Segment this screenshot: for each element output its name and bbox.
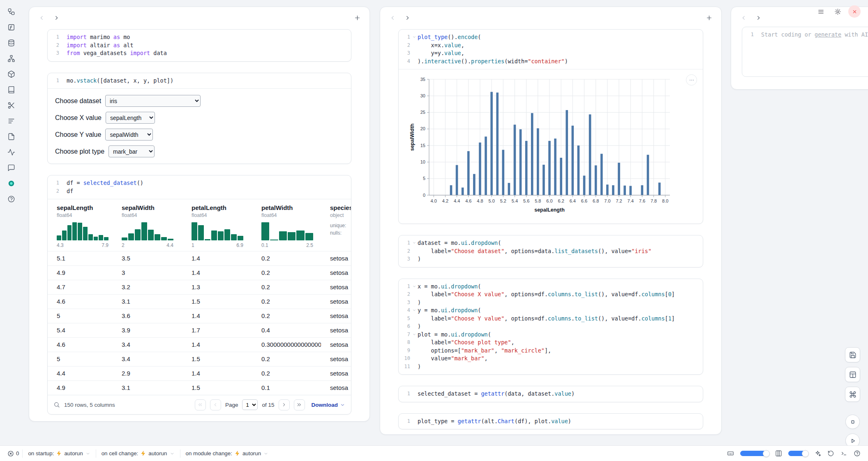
new-cell-editor[interactable]: 1 Start coding or generate with AI xyxy=(742,27,868,77)
line-number: 2 xyxy=(399,247,418,256)
panel-body: 1plot_type().encode(2 x=x.value,3 y=y.va… xyxy=(380,26,721,429)
settings-button[interactable] xyxy=(831,5,844,18)
sidebar-item-file-explorer[interactable] xyxy=(5,5,18,18)
y-value-select[interactable]: sepalWidth xyxy=(105,129,153,141)
table-search-button[interactable] xyxy=(53,401,60,408)
column-header-sepalWidth[interactable]: sepalWidthfloat64 xyxy=(113,199,182,218)
sidebar-item-scratchpad[interactable] xyxy=(5,130,18,143)
chevron-down-icon xyxy=(340,402,345,408)
column-header-petalLength[interactable]: petalLengthfloat64 xyxy=(182,199,252,218)
config-label: on module change: xyxy=(186,450,232,456)
sidebar-item-logs[interactable] xyxy=(5,114,18,127)
first-page-button[interactable] xyxy=(195,399,206,410)
columns-button[interactable] xyxy=(775,450,782,457)
fold-chevron-icon[interactable] xyxy=(412,241,416,245)
code-editor[interactable]: 1import marimo as mo2import altair as al… xyxy=(48,30,351,61)
runtime-config-1[interactable]: on startup:autorun xyxy=(23,448,95,459)
chart-actions-button[interactable] xyxy=(686,74,697,85)
layout-toggle[interactable] xyxy=(788,451,808,456)
code-editor[interactable]: 1df = selected_dataset()2df xyxy=(48,175,351,199)
plot-type-select[interactable]: mark_bar xyxy=(108,145,155,157)
interrupt-button[interactable] xyxy=(845,415,860,429)
column-histogram-petalWidth: 0.12.5 xyxy=(252,218,321,251)
svg-text:sepalLength: sepalLength xyxy=(534,207,565,213)
page-total: of 15 xyxy=(262,402,274,408)
table-cell: 3.9 xyxy=(113,323,182,337)
layout-button[interactable] xyxy=(845,367,860,382)
svg-text:7.2: 7.2 xyxy=(616,198,622,203)
prev-page-button[interactable] xyxy=(210,399,221,410)
width-toggle[interactable] xyxy=(740,451,769,456)
column-header-species[interactable]: speciesobject xyxy=(321,199,351,218)
fold-chevron-icon[interactable] xyxy=(412,308,416,312)
line-number: 1 xyxy=(48,33,67,41)
sparkles-button[interactable] xyxy=(814,450,821,457)
file-explorer-icon xyxy=(7,8,15,16)
menu-button[interactable] xyxy=(815,5,827,18)
sidebar-item-help[interactable] xyxy=(5,192,18,205)
stop-icon xyxy=(849,418,856,426)
fold-chevron-icon[interactable] xyxy=(412,284,416,288)
sidebar-item-chat[interactable] xyxy=(5,161,18,174)
download-button[interactable]: Download xyxy=(312,402,346,408)
fold-chevron-icon[interactable] xyxy=(412,35,416,39)
code-editor[interactable]: 1selected_dataset = getattr(data, datase… xyxy=(399,386,703,402)
fold-chevron-icon[interactable] xyxy=(412,332,416,337)
svg-text:4.0: 4.0 xyxy=(431,198,437,203)
generate-link[interactable]: generate xyxy=(815,31,841,38)
documentation-icon xyxy=(7,86,15,94)
save-button[interactable] xyxy=(845,347,860,362)
terminal-button[interactable] xyxy=(840,450,847,457)
dataset-select[interactable]: iris xyxy=(105,95,201,107)
panel-next-button[interactable] xyxy=(51,12,62,23)
sidebar-item-packages[interactable] xyxy=(5,67,18,81)
table-cell: setosa xyxy=(321,338,351,352)
sidebar-item-dependencies[interactable] xyxy=(5,52,18,65)
panel-header xyxy=(29,7,369,26)
page-select[interactable]: 1 xyxy=(242,399,258,410)
svg-text:7.8: 7.8 xyxy=(651,198,657,203)
sidebar-item-snippets[interactable] xyxy=(5,99,18,112)
table-cell: setosa xyxy=(321,266,351,280)
sidebar-item-datasources[interactable] xyxy=(5,36,18,49)
table-cell: 0.2 xyxy=(252,251,321,265)
sidebar-item-marimo-logo[interactable] xyxy=(5,177,18,190)
panel-next-button[interactable] xyxy=(753,12,764,23)
runtime-config-3[interactable]: on module change:autorun xyxy=(180,448,274,459)
add-cell-button[interactable] xyxy=(703,12,715,23)
x-value-select[interactable]: sepalLength xyxy=(106,112,155,124)
code-editor[interactable]: 1dataset = mo.ui.dropdown(2 label="Choos… xyxy=(399,235,703,267)
altair-bar-chart[interactable]: 4.04.24.44.64.85.05.25.45.65.86.06.26.46… xyxy=(409,74,680,219)
shortcuts-button[interactable] xyxy=(845,387,860,402)
sidebar-item-documentation[interactable] xyxy=(5,83,18,96)
panel-prev-button[interactable] xyxy=(36,12,47,23)
error-indicator[interactable]: 0 xyxy=(4,448,22,459)
add-cell-button[interactable] xyxy=(351,12,363,23)
column-name: sepalLength xyxy=(57,204,109,211)
next-page-button[interactable] xyxy=(279,399,290,410)
refresh-button[interactable] xyxy=(827,450,834,457)
panel-prev-button[interactable] xyxy=(738,12,749,23)
runtime-config-2[interactable]: on cell change:autorun xyxy=(96,448,180,459)
panel-next-button[interactable] xyxy=(402,12,413,23)
column-header-sepalLength[interactable]: sepalLengthfloat64 xyxy=(48,199,113,218)
svg-text:25: 25 xyxy=(420,110,425,115)
svg-text:15: 15 xyxy=(420,143,425,148)
code-editor[interactable]: 1plot_type().encode(2 x=x.value,3 y=y.va… xyxy=(399,30,703,69)
keyboard-button[interactable] xyxy=(727,450,734,457)
help-button[interactable] xyxy=(854,450,861,457)
code-editor[interactable]: 1mo.vstack([dataset, x, y, plot]) xyxy=(48,73,351,89)
panel-prev-button[interactable] xyxy=(387,12,398,23)
sidebar-item-tracing[interactable] xyxy=(5,145,18,159)
code-editor[interactable]: 1plot_type = getattr(alt.Chart(df), plot… xyxy=(399,414,703,429)
code-editor[interactable]: 1x = mo.ui.dropdown(2 label="Choose X va… xyxy=(399,279,703,375)
table-cell: 4.6 xyxy=(48,295,113,309)
code-text: mo.vstack([dataset, x, y, plot]) xyxy=(67,77,351,85)
sidebar-item-variables[interactable] xyxy=(5,21,18,34)
column-header-petalWidth[interactable]: petalWidthfloat64 xyxy=(252,199,321,218)
table-footer: 150 rows, 5 columnsPage1of 15Download xyxy=(48,395,351,414)
close-button[interactable] xyxy=(848,5,861,18)
last-page-button[interactable] xyxy=(294,399,305,410)
table-cell: 1.5 xyxy=(182,352,252,366)
placeholder-prefix: Start coding or xyxy=(761,31,815,38)
